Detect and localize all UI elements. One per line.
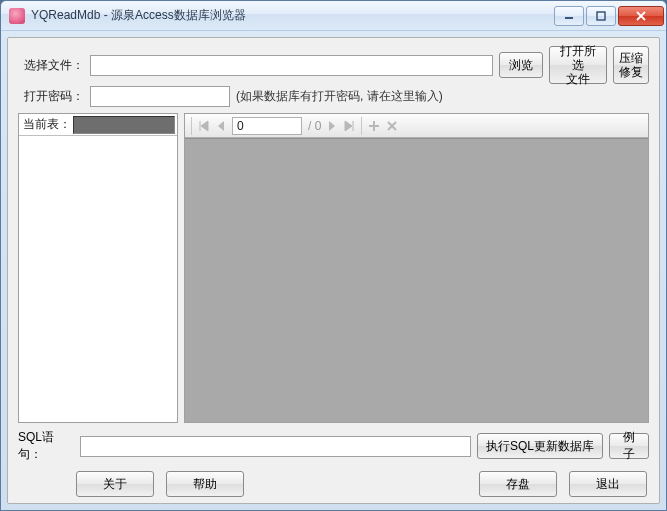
exec-sql-button[interactable]: 执行SQL更新数据库 (477, 433, 603, 459)
about-button[interactable]: 关于 (76, 471, 154, 497)
password-hint: (如果数据库有打开密码, 请在这里输入) (236, 88, 443, 105)
first-record-icon[interactable] (198, 120, 210, 132)
data-panel: / 0 (184, 113, 649, 423)
password-label: 打开密码： (18, 88, 84, 105)
record-total-label: / 0 (308, 119, 321, 133)
password-input[interactable] (90, 86, 230, 107)
app-window: YQReadMdb - 源泉Access数据库浏览器 选择文件： 浏览 打开所选… (0, 0, 667, 511)
sql-example-button[interactable]: 例子 (609, 433, 649, 459)
app-icon (9, 8, 25, 24)
window-title: YQReadMdb - 源泉Access数据库浏览器 (31, 7, 554, 24)
add-record-icon[interactable] (368, 120, 380, 132)
compact-repair-button[interactable]: 压缩 修复 (613, 46, 649, 84)
help-button[interactable]: 帮助 (166, 471, 244, 497)
save-button[interactable]: 存盘 (479, 471, 557, 497)
record-position-input[interactable] (232, 117, 302, 135)
table-list-panel: 当前表： (18, 113, 178, 423)
delete-record-icon[interactable] (386, 120, 398, 132)
last-record-icon[interactable] (343, 120, 355, 132)
minimize-button[interactable] (554, 6, 584, 26)
data-grid[interactable] (185, 138, 648, 422)
current-table-select[interactable] (73, 116, 175, 134)
client-area: 选择文件： 浏览 打开所选 文件 压缩 修复 打开密码： (如果数据库有打开密码… (7, 37, 660, 504)
sql-label: SQL语句： (18, 429, 74, 463)
file-path-input[interactable] (90, 55, 493, 76)
titlebar[interactable]: YQReadMdb - 源泉Access数据库浏览器 (1, 1, 666, 31)
browse-button[interactable]: 浏览 (499, 52, 543, 78)
close-button[interactable] (618, 6, 664, 26)
next-record-icon[interactable] (327, 120, 337, 132)
sql-input[interactable] (80, 436, 471, 457)
record-navigator: / 0 (185, 114, 648, 138)
open-selected-button[interactable]: 打开所选 文件 (549, 46, 607, 84)
select-file-label: 选择文件： (18, 57, 84, 74)
table-list[interactable] (19, 136, 177, 422)
exit-button[interactable]: 退出 (569, 471, 647, 497)
current-table-label: 当前表： (19, 116, 73, 133)
maximize-button[interactable] (586, 6, 616, 26)
svg-rect-1 (597, 12, 605, 20)
prev-record-icon[interactable] (216, 120, 226, 132)
